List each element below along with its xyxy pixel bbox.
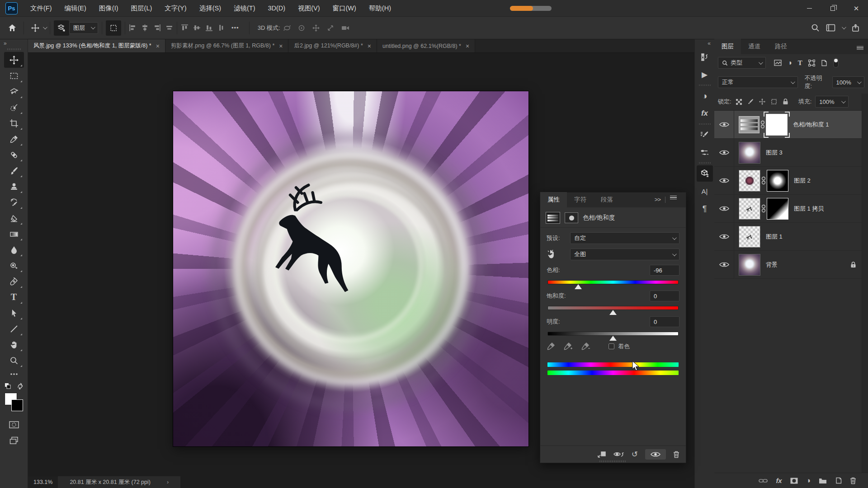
- add-mask-icon[interactable]: [790, 478, 798, 484]
- clip-to-layer-icon[interactable]: [597, 451, 606, 458]
- distribute-vertical-icon[interactable]: [217, 24, 225, 32]
- menu-file[interactable]: 文件(F): [24, 0, 58, 16]
- panel-resize-grip[interactable]: [599, 460, 627, 462]
- menu-select[interactable]: 选择(S): [193, 0, 227, 16]
- crop-tool[interactable]: [4, 115, 24, 131]
- saturation-value-input[interactable]: 0: [650, 291, 679, 301]
- tab-close-icon[interactable]: ×: [466, 42, 469, 50]
- history-brush-tool[interactable]: [4, 194, 24, 210]
- background-lock-icon[interactable]: [850, 262, 856, 268]
- mask-link-icon[interactable]: [760, 204, 767, 214]
- clone-stamp-tool[interactable]: [4, 178, 24, 194]
- tab-close-icon[interactable]: ×: [368, 42, 371, 50]
- hue-slider-thumb[interactable]: [575, 284, 582, 289]
- adjustment-layer-thumbnail[interactable]: [739, 116, 760, 133]
- layer-thumbnail[interactable]: [739, 226, 760, 248]
- filter-toggle-switch[interactable]: [833, 58, 839, 68]
- properties-panel-icon[interactable]: [697, 165, 713, 182]
- align-horizontal-centers-icon[interactable]: [141, 24, 149, 32]
- menu-layer[interactable]: 图层(L): [125, 0, 159, 16]
- eraser-tool[interactable]: [4, 210, 24, 226]
- link-layers-icon[interactable]: [759, 478, 768, 483]
- background-color-swatch[interactable]: [11, 399, 23, 411]
- hand-tool[interactable]: [4, 337, 24, 352]
- minimize-button[interactable]: [797, 0, 821, 17]
- align-bottom-edges-icon[interactable]: [205, 24, 213, 32]
- lock-artboard-icon[interactable]: [771, 99, 777, 105]
- menu-help[interactable]: 帮助(H): [363, 0, 397, 16]
- show-transform-controls-toggle[interactable]: [106, 20, 121, 36]
- delete-adjustment-icon[interactable]: [673, 451, 679, 458]
- tab-properties[interactable]: 属性: [540, 192, 567, 207]
- dodge-tool[interactable]: [4, 258, 24, 273]
- more-options-icon[interactable]: •••: [231, 24, 239, 31]
- eyedropper-sample-icon[interactable]: [547, 342, 555, 351]
- brush-tool[interactable]: [4, 163, 24, 178]
- lock-pixels-icon[interactable]: [747, 99, 754, 105]
- hue-slider[interactable]: [547, 280, 679, 284]
- saturation-slider-thumb[interactable]: [609, 310, 617, 315]
- mask-link-icon[interactable]: [760, 120, 766, 130]
- doc-tab-untitled[interactable]: untitled.png @ 62.1%(RGB/8) * ×: [377, 39, 475, 52]
- menu-window[interactable]: 窗口(W): [326, 0, 363, 16]
- eyedropper-tool[interactable]: [4, 131, 24, 147]
- share-icon[interactable]: [851, 23, 860, 32]
- eyedropper-add-icon[interactable]: [563, 342, 573, 351]
- workspace-switcher-icon[interactable]: [826, 24, 835, 32]
- actions-panel-icon[interactable]: ▶: [697, 66, 713, 83]
- mask-link-icon[interactable]: [760, 176, 767, 186]
- panel-menu-icon[interactable]: [670, 196, 677, 200]
- move-tool[interactable]: [4, 52, 24, 68]
- close-button[interactable]: ✕: [844, 0, 868, 17]
- align-left-edges-icon[interactable]: [129, 24, 137, 32]
- menu-filter[interactable]: 滤镜(T): [227, 0, 262, 16]
- layer-thumbnail[interactable]: [739, 198, 760, 220]
- layers-scrollbar[interactable]: [862, 94, 868, 473]
- move-tool-icon[interactable]: [28, 20, 43, 36]
- panel-menu-icon[interactable]: [857, 46, 863, 50]
- visibility-eye-icon[interactable]: [714, 139, 734, 166]
- filter-type-dropdown[interactable]: 类型: [718, 57, 766, 69]
- expand-tool-dock-icon[interactable]: »: [0, 39, 28, 47]
- home-icon[interactable]: [5, 20, 20, 36]
- preset-dropdown[interactable]: 自定: [570, 232, 679, 244]
- menu-edit[interactable]: 编辑(E): [58, 0, 93, 16]
- colorize-checkbox[interactable]: [609, 343, 614, 349]
- menu-view[interactable]: 视图(V): [292, 0, 326, 16]
- 3d-orbit-icon[interactable]: [283, 24, 291, 32]
- tool-preset-chevron-icon[interactable]: [43, 25, 47, 29]
- type-tool[interactable]: T: [4, 289, 24, 305]
- blur-tool[interactable]: [4, 242, 24, 258]
- mask-badge-icon[interactable]: [565, 212, 578, 223]
- styles-panel-icon[interactable]: fx: [697, 105, 713, 122]
- lasso-tool[interactable]: [4, 84, 24, 99]
- restore-button[interactable]: [821, 0, 844, 17]
- zoom-tool[interactable]: [4, 352, 24, 368]
- filter-pixel-layers-icon[interactable]: [774, 60, 782, 66]
- new-layer-icon[interactable]: [835, 477, 842, 484]
- blend-mode-dropdown[interactable]: 正常: [718, 76, 798, 88]
- doc-tab-jianying[interactable]: 剪影素材.png @ 66.7% (图层 1, RGB/8) * ×: [165, 39, 289, 52]
- adjustments-panel-icon[interactable]: ◑: [697, 88, 713, 104]
- layer-row-layer2[interactable]: 图层 2: [714, 167, 868, 195]
- status-chevron-icon[interactable]: ›: [167, 479, 169, 485]
- layer-row-layer3[interactable]: 图层 3: [714, 139, 868, 167]
- tab-character[interactable]: 字符: [567, 192, 594, 207]
- doc-tab-fengjing[interactable]: 风景.jpg @ 133% (色相/饱和度 1, 图层蒙版/8) * ×: [28, 39, 165, 52]
- view-previous-state-icon[interactable]: [613, 451, 624, 458]
- lightness-slider-thumb[interactable]: [609, 336, 617, 341]
- filter-adjustment-layers-icon[interactable]: ◑: [788, 59, 792, 67]
- spot-healing-tool[interactable]: [4, 147, 24, 163]
- filter-type-layers-icon[interactable]: T: [798, 59, 802, 67]
- new-group-icon[interactable]: [819, 478, 827, 484]
- layer-row-layer1[interactable]: 图层 1: [714, 223, 868, 251]
- layer-row-layer1-copy[interactable]: 图层 1 拷贝: [714, 195, 868, 223]
- menu-3d[interactable]: 3D(D): [261, 0, 292, 16]
- toggle-visibility-icon[interactable]: [645, 449, 666, 460]
- tab-close-icon[interactable]: ×: [156, 42, 160, 50]
- layer-thumbnail[interactable]: [739, 142, 760, 164]
- brush-settings-panel-icon[interactable]: [697, 127, 713, 143]
- pen-tool[interactable]: [4, 273, 24, 289]
- reset-adjustment-icon[interactable]: ↺: [632, 450, 638, 459]
- tab-channels[interactable]: 通道: [741, 39, 768, 54]
